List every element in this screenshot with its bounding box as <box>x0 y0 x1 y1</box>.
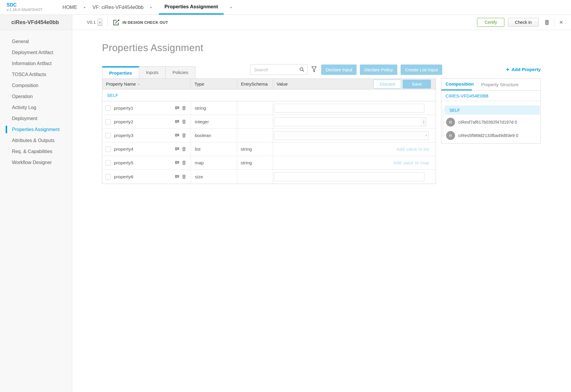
row-checkbox[interactable] <box>106 160 111 166</box>
property-entryschema <box>237 129 273 142</box>
property-type: boolean <box>191 129 237 142</box>
search-box <box>250 64 308 75</box>
value-boolean-select[interactable]: ▾ <box>274 131 429 140</box>
row-checkbox[interactable] <box>106 133 111 138</box>
comment-icon[interactable] <box>175 161 179 165</box>
breadcrumb-arrow-icon: ▸ <box>230 5 232 9</box>
row-checkbox[interactable] <box>106 119 111 125</box>
filter-funnel-icon[interactable] <box>311 66 317 73</box>
property-entryschema: string <box>237 142 273 156</box>
close-icon[interactable]: ✕ <box>559 19 563 26</box>
resource-avatar: R <box>446 118 455 127</box>
table-row: property2 integer <box>102 115 436 129</box>
save-button[interactable]: Save <box>403 80 431 89</box>
sidebar-item-workflow-designer[interactable]: Workflow Designer <box>0 157 72 168</box>
version-dropdown[interactable]: ▾ <box>98 19 102 26</box>
sidebar-item-composition[interactable]: Composition <box>0 80 72 91</box>
delete-row-icon[interactable] <box>182 160 186 165</box>
sdc-workspace-screen: SDC v.1.16.0-SNAPSHOT HOME ▸ VF: ciRes-V… <box>0 0 571 392</box>
tree-node-resource[interactable]: R ciRes5f989d2133fba49d93e9 0 <box>446 131 540 140</box>
comment-icon[interactable] <box>175 147 179 151</box>
workspace-header: ciRes-VFd454e0bb V0.1 ▾ IN DESIGN CHECK … <box>0 15 571 30</box>
breadcrumb-arrow-icon: ▸ <box>150 5 152 9</box>
comment-icon[interactable] <box>175 120 179 124</box>
add-value-to-map-link[interactable]: Add value to map <box>393 160 429 166</box>
content-area: General Deployment Artifact Information … <box>0 30 571 392</box>
value-text-input[interactable] <box>274 104 424 113</box>
discard-button[interactable]: Discard <box>373 80 401 89</box>
sidebar-item-general[interactable]: General <box>0 36 72 47</box>
declare-policy-button[interactable]: Declare Policy <box>360 64 397 75</box>
tab-inputs[interactable]: Inputs <box>139 66 166 78</box>
sidebar-item-attributes-outputs[interactable]: Attributes & Outputs <box>0 135 72 146</box>
sidebar-item-req-capabilities[interactable]: Req. & Capabilities <box>0 146 72 157</box>
number-spinner[interactable]: ▴ ▾ <box>421 118 426 126</box>
tab-policies[interactable]: Policies <box>166 66 195 78</box>
sidebar-item-deployment-artifact[interactable]: Deployment Artifact <box>0 47 72 58</box>
comment-icon[interactable] <box>175 133 179 138</box>
column-header-property-name[interactable]: Property Name ▾ <box>102 79 191 89</box>
delete-row-icon[interactable] <box>182 174 186 179</box>
delete-row-icon[interactable] <box>182 106 186 110</box>
page-title: Properties Assignment <box>102 42 571 53</box>
breadcrumb-properties-assignment[interactable]: Properties Assignment <box>159 0 224 15</box>
controls-row: Properties Inputs Policies <box>102 64 541 78</box>
row-checkbox[interactable] <box>106 147 111 152</box>
sidebar-item-information-artifact[interactable]: Information Artifact <box>0 58 72 69</box>
breadcrumb-home[interactable]: HOME <box>62 4 77 10</box>
lifecycle-state-label: IN DESIGN CHECK OUT <box>123 20 168 25</box>
property-type: string <box>191 101 237 115</box>
check-in-button[interactable]: Check in <box>508 18 538 27</box>
row-checkbox[interactable] <box>106 106 111 111</box>
value-number-input: ▴ ▾ <box>274 117 426 126</box>
search-icon[interactable] <box>299 67 305 72</box>
certify-button[interactable]: Certify <box>477 18 504 27</box>
version-state-block: V0.1 ▾ IN DESIGN CHECK OUT <box>87 18 168 26</box>
delete-icon[interactable] <box>545 20 549 25</box>
add-property-button[interactable]: + Add Property <box>506 67 541 72</box>
row-icons <box>175 106 186 110</box>
app-version: v.1.16.0-SNAPSHOT <box>7 7 39 12</box>
sidebar-item-activity-log[interactable]: Activity Log <box>0 102 72 113</box>
number-input[interactable] <box>274 117 426 126</box>
divider <box>107 18 108 26</box>
row-checkbox[interactable] <box>106 174 111 180</box>
breadcrumb-vf[interactable]: VF: ciRes-VFd454e0bb <box>92 4 144 10</box>
tab-properties[interactable]: Properties <box>102 66 139 78</box>
left-nav-sidebar: General Deployment Artifact Information … <box>0 30 72 392</box>
component-title: CIRES-VFD454E0BB <box>441 91 540 101</box>
sidebar-item-properties-assignment[interactable]: Properties Assignment <box>0 124 72 135</box>
add-value-to-list-link[interactable]: Add value to list <box>397 147 429 152</box>
table-row: property1 string <box>102 101 436 115</box>
sidebar-item-deployment[interactable]: Deployment <box>0 113 72 124</box>
column-header-label: Type <box>194 81 204 86</box>
tab-property-structure[interactable]: Property Structure <box>481 79 519 90</box>
create-list-input-button[interactable]: Create List Input <box>401 64 442 75</box>
delete-row-icon[interactable] <box>182 147 186 151</box>
tab-composition[interactable]: Composition <box>441 79 472 90</box>
tree-connector-line <box>443 110 443 136</box>
sidebar-item-tosca-artifacts[interactable]: TOSCA Artifacts <box>0 69 72 80</box>
property-entryschema <box>237 115 273 128</box>
checkout-pencil-icon <box>113 19 120 26</box>
comment-icon[interactable] <box>175 175 179 179</box>
property-name-cell: property4 <box>102 142 191 156</box>
tree-node-resource[interactable]: R ciResf7af617b0392f47d197d 0 <box>446 118 540 127</box>
value-text-input[interactable] <box>274 172 424 181</box>
declare-input-button[interactable]: Declare Input <box>321 64 357 75</box>
properties-table: Property Name ▾ Type EntrySchema Value <box>102 78 436 184</box>
delete-row-icon[interactable] <box>182 119 186 124</box>
resource-label: ciRes5f989d2133fba49d93e9 0 <box>458 133 518 138</box>
delete-row-icon[interactable] <box>182 133 186 138</box>
main-panel: Properties Assignment Properties Inputs … <box>72 30 571 392</box>
comment-icon[interactable] <box>175 106 179 110</box>
table-row: property4 list string <box>102 142 436 156</box>
table-header-row: Property Name ▾ Type EntrySchema Value <box>102 79 436 89</box>
sdc-logo[interactable]: SDC v.1.16.0-SNAPSHOT <box>0 0 39 15</box>
table-and-panel-row: Property Name ▾ Type EntrySchema Value <box>102 78 571 184</box>
workspace-actions: Certify Check in ✕ <box>477 18 571 27</box>
column-header-label: Value <box>277 81 288 86</box>
tree-node-self[interactable]: SELF <box>445 106 540 115</box>
column-header-label: EntrySchema <box>241 81 268 86</box>
sidebar-item-operation[interactable]: Operation <box>0 91 72 102</box>
